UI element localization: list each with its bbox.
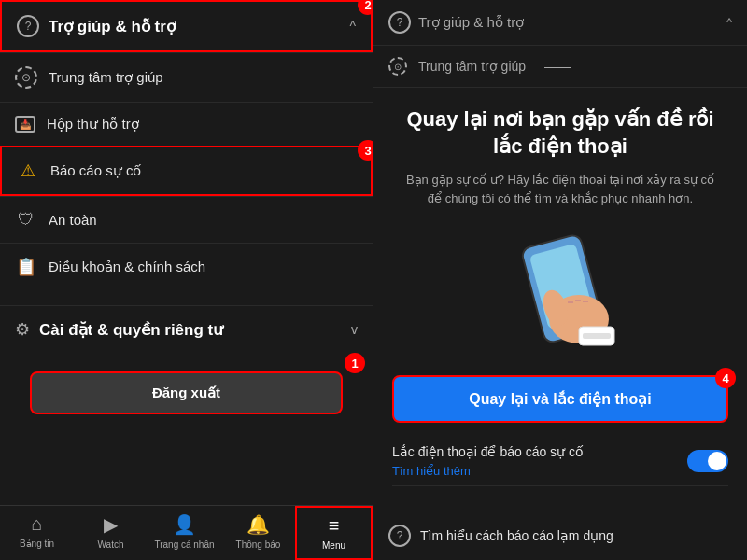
nav-profile-label: Trang cá nhân (154, 539, 214, 550)
phone-illustration (495, 226, 626, 357)
nav-notifications-label: Thông báo (236, 539, 281, 550)
chevron-down-icon: v (351, 322, 358, 337)
chevron-up-icon: ^ (349, 19, 356, 34)
terms-label: Điều khoản & chính sách (49, 259, 205, 275)
help-center-item[interactable]: ⊙ Trung tâm trợ giúp (0, 52, 373, 102)
shake-button[interactable]: Quay lại và lắc điện thoại (392, 375, 728, 423)
warning-icon: ⚠ (17, 161, 39, 181)
help-support-title: Trợ giúp & hỗ trợ (49, 17, 176, 36)
logout-button[interactable]: Đăng xuất (30, 371, 343, 414)
support-inbox-label: Hộp thư hỗ trợ (47, 116, 139, 133)
nav-profile[interactable]: 👤 Trang cá nhân (148, 506, 221, 560)
shake-button-label: Quay lại và lắc điện thoại (469, 391, 652, 407)
safety-item[interactable]: 🛡 An toàn (0, 196, 373, 243)
annotation-1: 1 (345, 353, 365, 373)
right-panel: ? Trợ giúp & hỗ trợ ^ ⊙ Trung tâm trợ gi… (374, 0, 747, 560)
terms-icon: 📋 (15, 257, 37, 277)
support-inbox-item[interactable]: 📥 Hộp thư hỗ trợ (0, 102, 373, 146)
svg-rect-8 (583, 333, 611, 339)
gear-icon: ⚙ (15, 319, 30, 340)
left-panel: ? Trợ giúp & hỗ trợ ^ 2 ⊙ Trung tâm trợ … (0, 0, 374, 560)
terms-item[interactable]: 📋 Điều khoản & chính sách (0, 243, 373, 290)
bell-icon: 🔔 (247, 513, 270, 536)
abuse-report-item[interactable]: ? Tìm hiểu cách báo cáo lạm dụng (374, 511, 747, 560)
nav-menu-label: Menu (322, 540, 345, 551)
help-support-section-header[interactable]: ? Trợ giúp & hỗ trợ ^ 2 (0, 0, 373, 52)
right-header-title: Trợ giúp & hỗ trợ (418, 14, 524, 31)
learn-more-link[interactable]: Tìm hiểu thêm (392, 464, 584, 478)
right-content: Quay lại nơi bạn gặp vấn đề rồi lắc điện… (374, 88, 747, 511)
annotation-3: 3 (358, 140, 374, 161)
settings-section-header[interactable]: ⚙ Cài đặt & quyền riêng tư v (0, 306, 373, 353)
profile-icon: 👤 (173, 513, 196, 536)
nav-home-label: Bảng tin (20, 539, 54, 549)
submenu-line: —— (544, 59, 571, 74)
settings-header-left: ⚙ Cài đặt & quyền riêng tư (15, 319, 223, 340)
nav-home[interactable]: ⌂ Bảng tin (0, 506, 74, 560)
safety-label: An toàn (49, 212, 97, 228)
right-chevron-up-icon: ^ (726, 16, 732, 29)
shake-toggle-row: Lắc điện thoại để báo cáo sự cố Tìm hiểu… (392, 436, 728, 486)
help-support-header-left: ? Trợ giúp & hỗ trợ (17, 15, 176, 37)
nav-menu[interactable]: ≡ Menu (295, 506, 373, 560)
annotation-4: 4 (715, 368, 736, 388)
shake-description: Bạn gặp sự cố ư? Hãy lắc điện thoại tại … (392, 171, 728, 207)
shake-title: Quay lại nơi bạn gặp vấn đề rồi lắc điện… (392, 106, 728, 160)
logout-wrapper: Đăng xuất 1 (15, 360, 358, 426)
right-submenu[interactable]: ⊙ Trung tâm trợ giúp —— (374, 46, 747, 88)
right-question-icon: ? (388, 11, 411, 34)
spacer (0, 433, 373, 505)
right-header-left: ? Trợ giúp & hỗ trợ (388, 11, 524, 34)
shake-toggle-switch[interactable] (687, 450, 728, 472)
right-submenu-label: Trung tâm trợ giúp (418, 59, 526, 74)
menu-icon: ≡ (329, 515, 340, 537)
logout-label: Đăng xuất (152, 385, 220, 400)
nav-watch-label: Watch (98, 539, 124, 550)
report-problem-item[interactable]: ⚠ Báo cáo sự cố 3 (0, 146, 373, 196)
right-header: ? Trợ giúp & hỗ trợ ^ (374, 0, 747, 46)
help-center-icon: ⊙ (15, 66, 37, 89)
settings-title: Cài đặt & quyền riêng tư (39, 320, 223, 340)
toggle-text: Lắc điện thoại để báo cáo sự cố Tìm hiểu… (392, 443, 584, 478)
inbox-icon: 📥 (15, 116, 35, 133)
nav-watch[interactable]: ▶ Watch (74, 506, 148, 560)
annotation-2: 2 (358, 0, 374, 15)
abuse-report-label: Tìm hiểu cách báo cáo lạm dụng (420, 528, 613, 543)
shake-button-wrapper: Quay lại và lắc điện thoại 4 (392, 375, 728, 436)
bottom-nav: ⌂ Bảng tin ▶ Watch 👤 Trang cá nhân 🔔 Thô… (0, 505, 373, 560)
help-center-label: Trung tâm trợ giúp (49, 69, 163, 86)
question-circle-icon: ? (17, 15, 39, 37)
report-problem-label: Báo cáo sự cố (50, 162, 141, 179)
settings-section: ⚙ Cài đặt & quyền riêng tư v (0, 305, 373, 353)
nav-notifications[interactable]: 🔔 Thông báo (221, 506, 295, 560)
toggle-label: Lắc điện thoại để báo cáo sự cố (392, 444, 584, 459)
abuse-question-icon: ? (388, 525, 411, 547)
shake-illustration-svg (495, 226, 626, 357)
submenu-icon: ⊙ (388, 57, 407, 76)
shield-icon: 🛡 (15, 210, 37, 230)
home-icon: ⌂ (31, 513, 42, 535)
watch-icon: ▶ (104, 513, 118, 536)
